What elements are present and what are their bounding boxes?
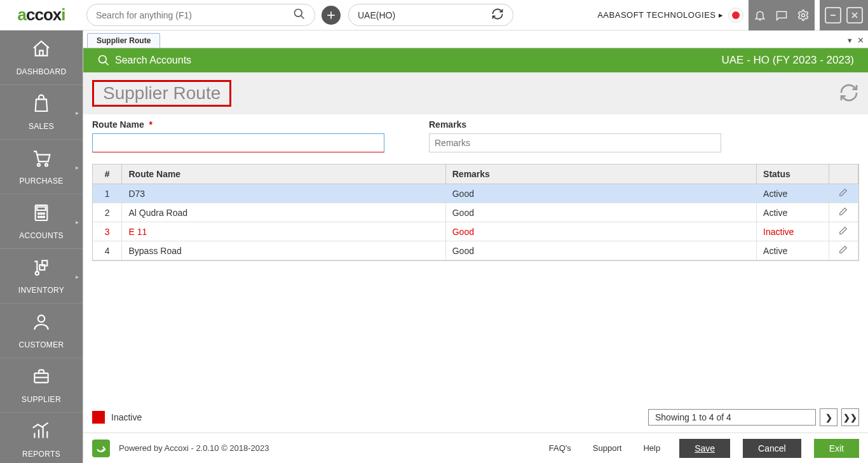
pencil-icon[interactable] bbox=[838, 227, 848, 238]
col-header-edit bbox=[829, 164, 858, 184]
col-header-status[interactable]: Status bbox=[757, 164, 829, 184]
company-name[interactable]: AABASOFT TECHNOLOGIES ▸ bbox=[597, 10, 723, 20]
col-header-num[interactable]: # bbox=[93, 164, 122, 184]
svg-line-29 bbox=[105, 62, 109, 65]
cancel-button[interactable]: Cancel bbox=[743, 439, 801, 458]
svg-point-0 bbox=[295, 10, 302, 17]
tab-close-icon[interactable]: ✕ bbox=[857, 36, 864, 45]
pagination-next-button[interactable]: ❯ bbox=[820, 408, 837, 426]
cell-route: E 11 bbox=[122, 222, 445, 241]
exit-button[interactable]: Exit bbox=[814, 439, 859, 458]
gear-icon[interactable] bbox=[796, 8, 811, 23]
svg-point-4 bbox=[802, 13, 805, 17]
table-row[interactable]: 3E 11GoodInactive bbox=[93, 222, 858, 241]
cell-status: Active bbox=[757, 184, 829, 203]
global-search[interactable] bbox=[86, 4, 315, 26]
status-indicator[interactable] bbox=[728, 8, 743, 23]
svg-point-15 bbox=[38, 217, 39, 218]
sidebar-item-accounts[interactable]: ACCOUNTS bbox=[0, 194, 83, 249]
svg-point-28 bbox=[99, 56, 107, 64]
cell-route: Al Qudra Road bbox=[122, 203, 445, 222]
tab-strip: Supplier Route ▾ ✕ bbox=[83, 30, 868, 48]
cell-num: 1 bbox=[93, 184, 122, 203]
trolley-icon bbox=[31, 257, 51, 282]
briefcase-icon bbox=[31, 366, 51, 391]
cell-route: D73 bbox=[122, 184, 445, 203]
table-row[interactable]: 2Al Qudra RoadGoodActive bbox=[93, 203, 858, 222]
pencil-icon[interactable] bbox=[838, 246, 848, 257]
sync-icon bbox=[491, 8, 504, 22]
remarks-label: Remarks bbox=[429, 119, 721, 130]
cell-remarks: Good bbox=[445, 222, 756, 241]
logo: accoxi bbox=[0, 5, 83, 25]
sidebar-item-reports[interactable]: REPORTS bbox=[0, 413, 83, 463]
sidebar-item-supplier[interactable]: SUPPLIER bbox=[0, 358, 83, 413]
tab-supplier-route[interactable]: Supplier Route bbox=[87, 33, 160, 48]
sidebar-item-sales[interactable]: SALES bbox=[0, 85, 83, 140]
svg-point-18 bbox=[36, 272, 39, 275]
col-header-remarks[interactable]: Remarks bbox=[445, 164, 756, 184]
route-name-input[interactable] bbox=[92, 133, 384, 152]
cell-status: Active bbox=[757, 203, 829, 222]
refresh-icon[interactable] bbox=[839, 83, 859, 105]
svg-point-21 bbox=[38, 315, 45, 322]
add-button[interactable] bbox=[322, 6, 341, 25]
pagination-text: Showing 1 to 4 of 4 bbox=[648, 409, 816, 426]
faqs-link[interactable]: FAQ's bbox=[549, 443, 571, 453]
col-header-route[interactable]: Route Name bbox=[122, 164, 445, 184]
chart-icon bbox=[31, 421, 51, 446]
legend-swatch-icon bbox=[92, 411, 105, 424]
global-search-input[interactable] bbox=[96, 10, 293, 20]
legend-inactive: Inactive bbox=[92, 411, 142, 424]
cell-status: Active bbox=[757, 241, 829, 260]
calculator-icon bbox=[31, 203, 51, 227]
cell-remarks: Good bbox=[445, 241, 756, 260]
bag-icon bbox=[31, 93, 51, 118]
tab-dropdown-icon[interactable]: ▾ bbox=[848, 36, 852, 45]
cell-route: Bypass Road bbox=[122, 241, 445, 260]
help-link[interactable]: Help bbox=[643, 443, 660, 453]
supplier-route-table: # Route Name Remarks Status 1D73GoodActi… bbox=[92, 164, 859, 261]
svg-point-12 bbox=[38, 213, 39, 214]
svg-rect-11 bbox=[37, 207, 45, 210]
search-accounts-button[interactable]: Search Accounts bbox=[97, 54, 191, 67]
sidebar-item-inventory[interactable]: INVENTORY bbox=[0, 249, 83, 304]
save-button[interactable]: Save bbox=[679, 439, 730, 458]
svg-point-16 bbox=[41, 217, 42, 218]
context-label: UAE(HO) bbox=[358, 10, 395, 20]
cell-remarks: Good bbox=[445, 203, 756, 222]
cell-num: 3 bbox=[93, 222, 122, 241]
page-title: Supplier Route bbox=[92, 80, 231, 107]
cell-num: 2 bbox=[93, 203, 122, 222]
table-row[interactable]: 1D73GoodActive bbox=[93, 184, 858, 203]
context-selector[interactable]: UAE(HO) bbox=[348, 4, 513, 26]
svg-point-8 bbox=[37, 164, 40, 166]
sidebar-item-purchase[interactable]: PURCHASE bbox=[0, 140, 83, 194]
chat-icon[interactable] bbox=[774, 8, 789, 23]
cart-icon bbox=[31, 148, 51, 173]
bell-icon[interactable] bbox=[752, 8, 768, 23]
context-bar: Search Accounts UAE - HO (FY 2023 - 2023… bbox=[83, 48, 868, 72]
svg-point-17 bbox=[43, 217, 44, 218]
support-link[interactable]: Support bbox=[593, 443, 622, 453]
sidebar: DASHBOARD SALES PURCHASE ACCOUNTS INVENT… bbox=[0, 30, 83, 463]
pagination-last-button[interactable]: ❯❯ bbox=[841, 408, 859, 426]
fiscal-year-label: UAE - HO (FY 2023 - 2023) bbox=[722, 54, 855, 67]
svg-point-13 bbox=[41, 213, 42, 214]
chevron-right-icon: ▸ bbox=[719, 10, 724, 20]
window-minimize-button[interactable] bbox=[825, 7, 841, 23]
sidebar-item-customer[interactable]: CUSTOMER bbox=[0, 304, 83, 358]
sidebar-item-dashboard[interactable]: DASHBOARD bbox=[0, 30, 83, 85]
cell-status: Inactive bbox=[757, 222, 829, 241]
window-close-button[interactable] bbox=[846, 7, 863, 23]
cell-num: 4 bbox=[93, 241, 122, 260]
powered-by-text: Powered by Accoxi - 2.0.10 © 2018-2023 bbox=[119, 443, 269, 453]
svg-line-1 bbox=[301, 16, 304, 19]
svg-point-9 bbox=[45, 164, 48, 166]
svg-point-14 bbox=[43, 213, 44, 214]
pencil-icon[interactable] bbox=[838, 189, 848, 199]
pencil-icon[interactable] bbox=[838, 208, 848, 218]
search-icon bbox=[293, 8, 306, 22]
remarks-input[interactable] bbox=[429, 133, 721, 152]
table-row[interactable]: 4Bypass RoadGoodActive bbox=[93, 241, 858, 260]
